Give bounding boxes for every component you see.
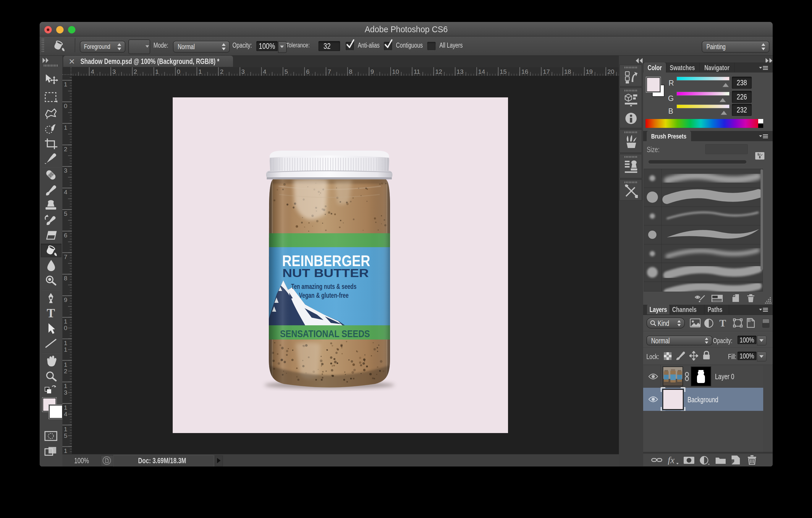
svg-text:SENSATIONAL SEEDS: SENSATIONAL SEEDS xyxy=(280,328,370,339)
svg-text:NUT BUTTER: NUT BUTTER xyxy=(282,267,369,279)
svg-text:T: T xyxy=(720,319,726,327)
svg-text:Ten amazing nuts & seeds: Ten amazing nuts & seeds xyxy=(291,282,357,290)
svg-text:fx: fx xyxy=(668,456,674,465)
svg-text:Vegan & gluten-free: Vegan & gluten-free xyxy=(299,291,349,299)
svg-text:T: T xyxy=(47,307,55,319)
